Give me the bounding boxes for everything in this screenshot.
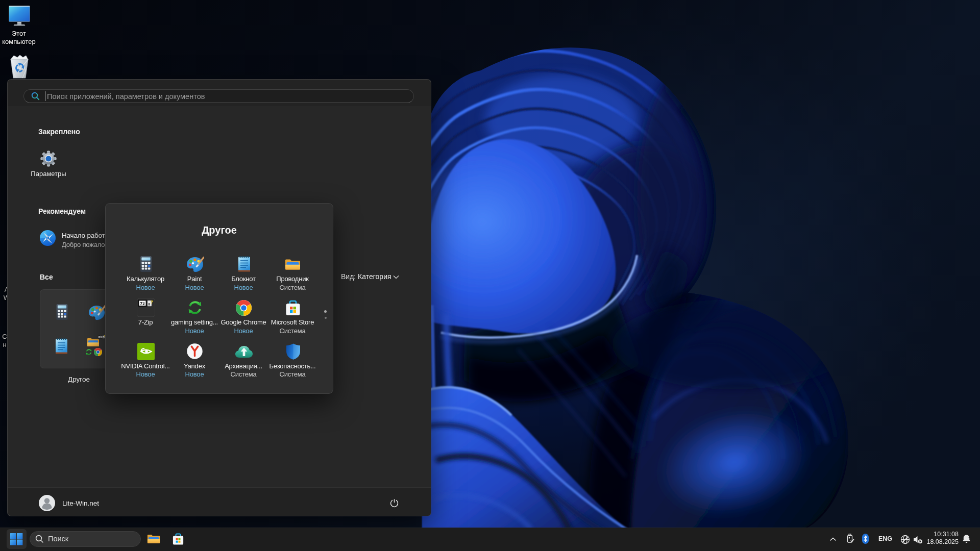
svg-text:7z: 7z	[99, 336, 102, 338]
svg-text:z: z	[969, 535, 971, 538]
svg-text:7z: 7z	[139, 300, 144, 306]
svg-text:?: ?	[150, 299, 153, 305]
